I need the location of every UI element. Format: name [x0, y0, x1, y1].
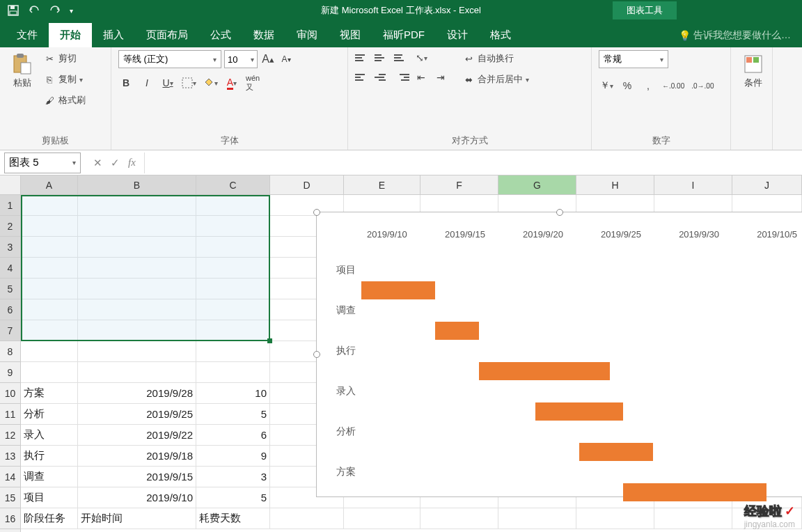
font-size-select[interactable]: 10▾ [224, 50, 258, 68]
align-right-icon[interactable] [394, 70, 409, 85]
cell[interactable] [196, 237, 270, 258]
cell[interactable] [196, 362, 270, 383]
row-header-14[interactable]: 14 [0, 467, 20, 487]
tell-me-search[interactable]: 💡 告诉我您想要做什么… [668, 24, 802, 47]
cut-button[interactable]: ✂剪切 [43, 50, 86, 67]
wrap-text-button[interactable]: ↩自动换行 [462, 50, 529, 67]
cancel-formula-icon[interactable]: ✕ [93, 157, 102, 169]
col-header-F[interactable]: F [420, 175, 498, 194]
row-header-2[interactable]: 2 [0, 216, 20, 237]
col-header-A[interactable]: A [21, 175, 78, 194]
cell[interactable]: 2019/9/18 [78, 446, 196, 467]
cell[interactable] [78, 195, 196, 216]
tab-data[interactable]: 数据 [242, 23, 285, 47]
increase-decimal-button[interactable]: ←.0.00 [661, 78, 685, 93]
tab-formulas[interactable]: 公式 [199, 23, 242, 47]
cell[interactable] [21, 320, 78, 341]
cell[interactable] [196, 216, 270, 237]
cell[interactable]: 录入 [21, 425, 78, 446]
chart-bar[interactable] [361, 281, 435, 299]
select-all-corner[interactable] [0, 175, 20, 195]
cell[interactable]: 项目 [21, 487, 78, 508]
border-button[interactable]: ▾ [181, 75, 197, 91]
cell[interactable]: 调查 [21, 467, 78, 487]
paste-button[interactable]: 粘贴 [7, 50, 38, 92]
cell[interactable]: 阶段任务 [21, 508, 78, 529]
increase-font-icon[interactable]: A▴ [260, 52, 276, 67]
cell[interactable] [21, 237, 78, 258]
cell[interactable]: 5 [196, 487, 270, 508]
chart-bar[interactable] [535, 402, 622, 421]
accept-formula-icon[interactable]: ✓ [111, 157, 120, 169]
percent-button[interactable]: % [620, 78, 635, 93]
cell[interactable] [78, 362, 196, 383]
cell[interactable] [420, 508, 498, 529]
row-header-15[interactable]: 15 [0, 487, 20, 508]
cell[interactable] [498, 508, 576, 529]
tab-review[interactable]: 审阅 [285, 23, 329, 47]
cell[interactable]: 5 [196, 404, 270, 425]
chart-handle-l[interactable] [313, 351, 320, 358]
col-header-J[interactable]: J [732, 175, 802, 194]
decrease-indent-icon[interactable]: ⇤ [414, 70, 429, 85]
number-format-select[interactable]: 常规▾ [599, 50, 668, 68]
row-header-13[interactable]: 13 [0, 446, 20, 467]
tab-page-layout[interactable]: 页面布局 [135, 23, 199, 47]
align-top-icon[interactable] [355, 50, 370, 65]
cell[interactable]: 开始时间 [78, 508, 196, 529]
cell[interactable]: 耗费天数 [196, 508, 270, 529]
cell[interactable] [21, 341, 78, 362]
align-bottom-icon[interactable] [394, 50, 409, 65]
cell[interactable] [78, 258, 196, 279]
chart-bar[interactable] [435, 322, 479, 340]
decrease-decimal-button[interactable]: .0→.00 [691, 78, 714, 93]
cell[interactable] [78, 279, 196, 299]
tab-home[interactable]: 开始 [49, 23, 92, 47]
orientation-button[interactable]: ⤡▾ [414, 50, 429, 65]
chart-bar[interactable] [623, 483, 767, 501]
cell[interactable] [196, 341, 270, 362]
currency-button[interactable]: ￥▾ [599, 78, 614, 93]
tab-file[interactable]: 文件 [6, 23, 49, 47]
cell[interactable] [344, 508, 420, 529]
decrease-font-icon[interactable]: A▾ [278, 52, 294, 67]
cell[interactable]: 分析 [21, 404, 78, 425]
cell[interactable] [78, 320, 196, 341]
cell[interactable]: 2019/9/28 [78, 383, 196, 404]
conditional-format-button[interactable]: 条件 [738, 50, 769, 92]
row-header-8[interactable]: 8 [0, 341, 20, 362]
chart-bar[interactable] [479, 362, 610, 380]
align-left-icon[interactable] [355, 70, 370, 85]
fx-icon[interactable]: fx [128, 157, 136, 169]
save-icon[interactable] [7, 4, 19, 17]
row-header-16[interactable]: 16 [0, 508, 20, 529]
cell[interactable]: 3 [196, 467, 270, 487]
align-center-icon[interactable] [375, 70, 390, 85]
cell[interactable]: 9 [196, 446, 270, 467]
col-header-D[interactable]: D [270, 175, 344, 194]
copy-button[interactable]: ⎘复制▾ [43, 71, 86, 88]
cell[interactable]: 执行 [21, 446, 78, 467]
row-header-12[interactable]: 12 [0, 425, 20, 446]
align-middle-icon[interactable] [375, 50, 390, 65]
cell[interactable]: 2019/9/22 [78, 425, 196, 446]
col-header-G[interactable]: G [498, 175, 576, 194]
tab-format[interactable]: 格式 [479, 23, 522, 47]
cell[interactable] [654, 508, 732, 529]
chart-handle-tl[interactable] [313, 209, 320, 216]
cell[interactable]: 6 [196, 425, 270, 446]
underline-button[interactable]: U▾ [160, 75, 175, 91]
phonetic-button[interactable]: wén又 [245, 75, 260, 91]
cell[interactable]: 10 [196, 383, 270, 404]
cell[interactable] [196, 299, 270, 320]
cell[interactable] [78, 237, 196, 258]
cell[interactable] [21, 299, 78, 320]
cell[interactable] [21, 258, 78, 279]
comma-button[interactable]: , [640, 78, 656, 93]
cell[interactable] [196, 195, 270, 216]
cell[interactable] [196, 320, 270, 341]
row-header-6[interactable]: 6 [0, 299, 20, 320]
cell[interactable]: 2019/9/15 [78, 467, 196, 487]
row-header-9[interactable]: 9 [0, 362, 20, 383]
row-header-5[interactable]: 5 [0, 279, 20, 299]
